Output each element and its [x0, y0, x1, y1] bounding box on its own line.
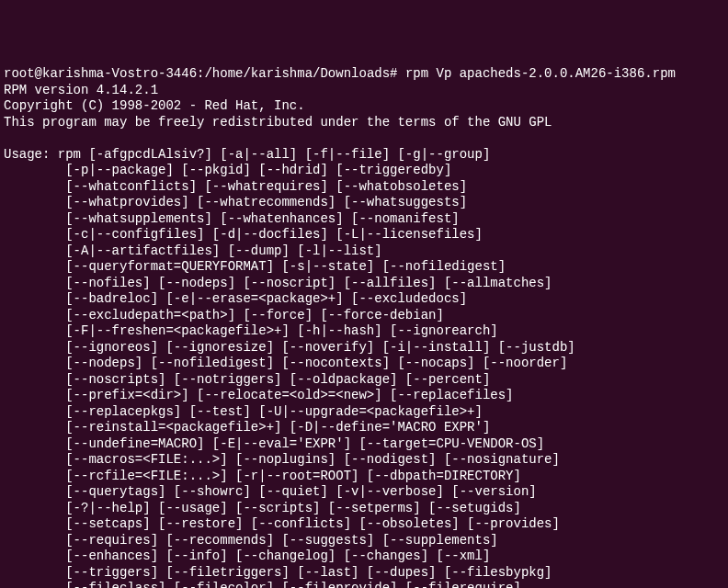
usage-line: [--fileclass] [--filecolor] [--fileprovi… [4, 581, 521, 588]
prompt-path: :/home/karishma/Downloads# [197, 66, 397, 81]
usage-line: [--ignoreos] [--ignoresize] [--noverify]… [4, 340, 575, 355]
usage-line: [--undefine=MACRO] [-E|--eval='EXPR'] [-… [4, 436, 544, 451]
usage-line: [--noscripts] [--notriggers] [--oldpacka… [4, 372, 490, 387]
usage-line: [--whatconflicts] [--whatrequires] [--wh… [4, 179, 467, 194]
usage-line: [--setcaps] [--restore] [--conflicts] [-… [4, 516, 560, 531]
usage-line: [-A|--artifactfiles] [--dump] [-l|--list… [4, 243, 382, 258]
usage-line: [--queryformat=QUERYFORMAT] [-s|--state]… [4, 259, 506, 274]
usage-line: [-p|--package] [--pkgid] [--hdrid] [--tr… [4, 163, 451, 177]
usage-line: [--excludepath=<path>] [--force] [--forc… [4, 308, 444, 322]
usage-line: [-F|--freshen=<packagefile>+] [-h|--hash… [4, 323, 498, 338]
usage-line: [--nofiles] [--nodeps] [--noscript] [--a… [4, 276, 552, 290]
terminal-output: root@karishma-Vostro-3446:/home/karishma… [4, 66, 724, 588]
prompt-user: root@karishma-Vostro-3446 [4, 66, 197, 81]
usage-line: [-?|--help] [--usage] [--scripts] [--set… [4, 501, 521, 515]
prompt-line-1: root@karishma-Vostro-3446:/home/karishma… [4, 66, 676, 81]
rpm-version: RPM version 4.14.2.1 [4, 83, 158, 97]
usage-line: [--whatprovides] [--whatrecommends] [--w… [4, 195, 467, 209]
usage-line: [--prefix=<dir>] [--relocate=<old>=<new>… [4, 388, 514, 402]
usage-line: [--macros=<FILE:...>] [--noplugins] [--n… [4, 452, 560, 467]
usage-line: [--requires] [--recommends] [--suggests]… [4, 533, 498, 548]
usage-line: Usage: rpm [-afgpcdLAlsiv?] [-a|--all] [… [4, 147, 490, 162]
usage-line: [--querytags] [--showrc] [--quiet] [-v|-… [4, 484, 537, 499]
usage-line: [-c|--configfiles] [-d|--docfiles] [-L|-… [4, 227, 483, 242]
usage-line: [--replacepkgs] [--test] [-U|--upgrade=<… [4, 404, 483, 419]
command-text: rpm Vp apacheds-2.0.0.AM26-i386.rpm [397, 66, 675, 81]
copyright: Copyright (C) 1998-2002 - Red Hat, Inc. [4, 98, 305, 113]
license: This program may be freely redistributed… [4, 115, 552, 130]
usage-line: [--whatsupplements] [--whatenhances] [--… [4, 211, 460, 226]
usage-line: [--triggers] [--filetriggers] [--last] [… [4, 565, 552, 580]
usage-line: [--nodeps] [--nofiledigest] [--nocontext… [4, 356, 567, 370]
usage-line: [--badreloc] [-e|--erase=<package>+] [--… [4, 291, 467, 306]
usage-line: [--enhances] [--info] [--changelog] [--c… [4, 548, 490, 563]
usage-line: [--rcfile=<FILE:...>] [-r|--root=ROOT] [… [4, 469, 521, 483]
usage-line: [--reinstall=<packagefile>+] [-D|--defin… [4, 420, 490, 435]
